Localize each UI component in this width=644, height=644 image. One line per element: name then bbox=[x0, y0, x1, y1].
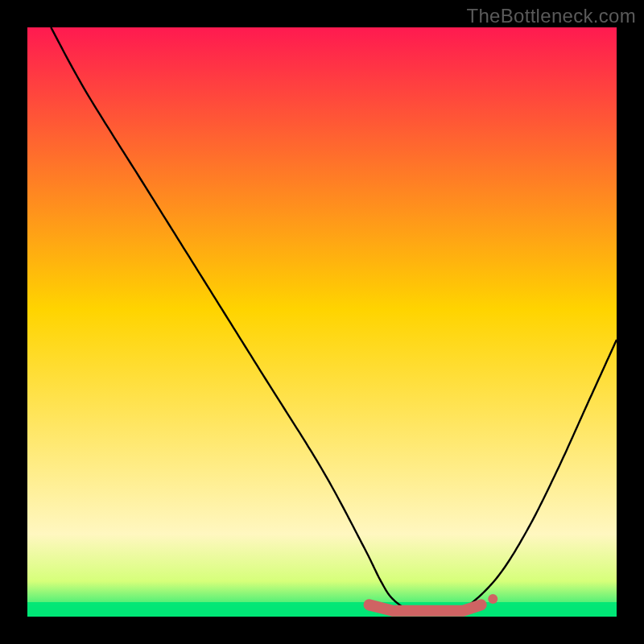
watermark-text: TheBottleneck.com bbox=[466, 5, 636, 27]
chart-container: TheBottleneck.com bbox=[0, 0, 644, 644]
optimal-window-end-dot bbox=[488, 594, 497, 604]
green-bottom-band bbox=[27, 602, 617, 617]
bottleneck-chart bbox=[0, 0, 644, 644]
optimal-window-line bbox=[369, 605, 481, 610]
